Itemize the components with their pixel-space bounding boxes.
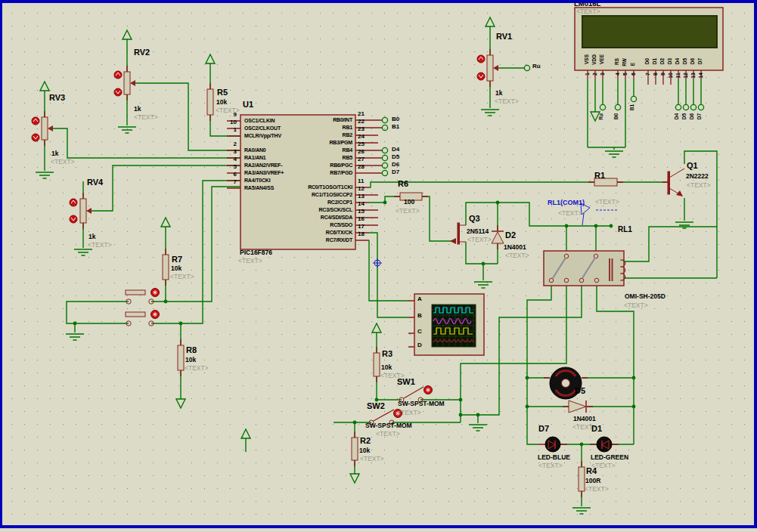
d2-value: 1N4001	[504, 244, 526, 251]
rv3-decrease-button[interactable]	[32, 134, 39, 141]
q1-ref: Q1	[687, 162, 698, 171]
diode-d5[interactable]	[569, 401, 586, 413]
resistor-r8	[178, 345, 184, 370]
wire	[83, 165, 240, 248]
d1-ref: D1	[591, 425, 602, 434]
relay-rl1[interactable]	[544, 251, 625, 286]
r8-value: 10k	[185, 357, 196, 363]
rv4-decrease-button[interactable]	[70, 215, 77, 223]
terminal-d7-label: D7	[392, 169, 399, 175]
rv3-value: 1k	[51, 150, 58, 157]
oscilloscope[interactable]	[414, 294, 484, 355]
oscilloscope-channel-D: D	[417, 342, 422, 348]
sw1-value: SW-SPST-MOM	[398, 401, 445, 407]
r1-placeholder: <TEXT>	[595, 199, 619, 206]
ground-icon	[474, 282, 492, 288]
u1-pin-number-4: 4	[223, 156, 237, 162]
u1-pin-number-21: 21	[358, 111, 365, 117]
u1-pin-name-16: RC5/SDO	[248, 222, 352, 227]
diode-d2[interactable]	[492, 231, 504, 243]
lcd-terminal-b1-label: B1	[630, 104, 635, 110]
lcd-pin-number-8: 8	[653, 73, 658, 76]
u1-pin-number-12: 12	[358, 186, 365, 192]
r8-ref: R8	[186, 346, 197, 355]
lcd-pin-name-D2: D2	[660, 58, 665, 64]
relay-placeholder: <TEXT>	[624, 302, 648, 309]
rv4-value: 1k	[88, 234, 95, 240]
wire	[369, 182, 669, 187]
u1-pin-number-23: 23	[358, 126, 365, 132]
resistor-r4	[579, 467, 585, 491]
lcd-terminal-d7-label: D7	[697, 113, 703, 119]
led-d1[interactable]	[597, 437, 612, 452]
rv4-placeholder: <TEXT>	[88, 242, 112, 249]
potentiometer-rv1[interactable]	[477, 55, 498, 81]
lcd-terminal-d6	[690, 104, 696, 110]
lcd-pin-name-D4: D4	[675, 58, 681, 64]
lcd-pin-number-12: 12	[683, 73, 688, 79]
u1-pin-number-3: 3	[223, 149, 237, 155]
lcd-terminal-b0-label: B0	[614, 113, 619, 119]
potentiometer-rv3[interactable]	[32, 117, 53, 141]
schematic-canvas: U1 PIC16F876 <TEXT> LM016L <TEXT> RL1 OM…	[0, 0, 757, 532]
d5-ref: D5	[575, 387, 585, 396]
r3-value: 10k	[381, 364, 392, 371]
led-d7[interactable]	[545, 437, 560, 452]
rv2-ref: RV2	[134, 48, 150, 57]
d5-value: 1N4001	[573, 416, 596, 422]
lcd-pin-name-VDD: VDD	[592, 54, 597, 65]
lcd-pin-number-5: 5	[622, 73, 628, 76]
resistor-r2	[352, 438, 358, 460]
transistor-q1[interactable]	[668, 169, 684, 196]
ground-icon	[36, 172, 54, 178]
u1-pin-name-13: RC2/CCP1	[248, 200, 352, 205]
wire	[151, 187, 240, 302]
ground-arrow-icon	[350, 474, 359, 483]
potentiometer-rv4[interactable]	[70, 199, 92, 223]
u1-ref: U1	[243, 101, 253, 110]
frame-left	[0, 0, 2, 528]
terminal-d6-label: D6	[392, 162, 399, 168]
switch-sw2-lever	[374, 410, 394, 421]
voltage-probe[interactable]	[581, 203, 617, 225]
u1-pin-number-10: 10	[223, 119, 237, 125]
wire	[67, 302, 129, 332]
u1-pin-number-28: 28	[358, 164, 365, 170]
lcd-pin-number-13: 13	[690, 73, 696, 79]
sw2-ref: SW2	[367, 402, 385, 411]
d7-ref: D7	[538, 425, 549, 434]
resistor-r3	[374, 353, 380, 376]
rv1-placeholder: <TEXT>	[495, 98, 519, 105]
power-arrow-icon	[123, 30, 132, 39]
lcd-pin-name-D5: D5	[683, 58, 688, 64]
lcd-terminal-d5	[683, 104, 688, 110]
r1-ref: R1	[594, 172, 605, 181]
lcd-terminal-d6-label: D6	[690, 113, 695, 119]
ground-icon	[66, 334, 84, 340]
lcd-screen	[582, 16, 717, 48]
rv1-decrease-button[interactable]	[477, 73, 485, 80]
u1-pin-number-25: 25	[358, 141, 365, 147]
power-arrow-icon	[40, 82, 49, 91]
r7-ref: R7	[172, 255, 182, 264]
transistor-q3[interactable]	[450, 223, 466, 244]
terminal-ru-label: Ru	[532, 63, 541, 70]
u1-pin-name-14: RC3/SCK/SCL	[248, 207, 352, 212]
terminal-d5	[382, 155, 387, 160]
u1-pin-name-24: RB3/PGM	[248, 140, 352, 145]
rv2-decrease-button[interactable]	[114, 88, 122, 96]
frame-bottom	[0, 525, 757, 528]
q3-placeholder: <TEXT>	[467, 237, 492, 243]
lcd-pin-name-VEE: VEE	[600, 54, 605, 64]
u1-pin-number-9: 9	[223, 112, 237, 118]
lcd-pin-name-VSS: VSS	[585, 54, 590, 64]
terminal-b1	[382, 125, 387, 130]
lcd-pin-number-7: 7	[645, 73, 650, 76]
q3-ref: Q3	[469, 215, 480, 224]
lcd-pin-name-D6: D6	[690, 58, 696, 64]
potentiometer-rv2[interactable]	[114, 71, 135, 96]
u1-placeholder: <TEXT>	[238, 258, 262, 264]
r4-placeholder: <TEXT>	[585, 486, 609, 493]
u1-pin-number-14: 14	[358, 201, 365, 207]
power-arrow-icon	[206, 54, 215, 63]
